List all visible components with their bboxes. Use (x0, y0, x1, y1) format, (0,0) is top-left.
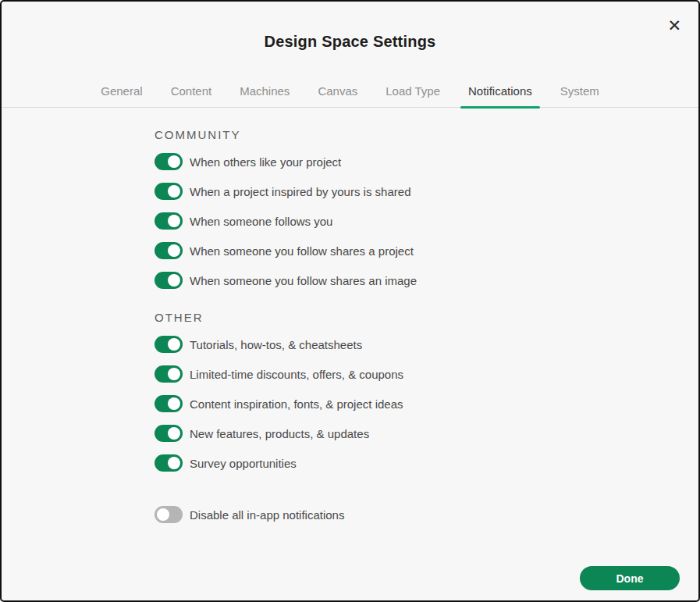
tab-system[interactable]: System (553, 85, 607, 107)
toggle-switch[interactable] (155, 153, 183, 170)
toggle-switch[interactable] (155, 272, 183, 289)
toggle-label: When others like your project (190, 155, 341, 169)
toggle-switch[interactable] (155, 212, 183, 230)
toggle-row: When a project inspired by yours is shar… (155, 183, 698, 200)
toggle-switch[interactable] (155, 395, 183, 412)
toggle-switch[interactable] (155, 336, 183, 353)
toggle-label: When someone you follow shares an image (190, 274, 417, 287)
done-button[interactable]: Done (580, 566, 680, 590)
toggle-label: Content inspiration, fonts, & project id… (190, 397, 403, 411)
toggle-switch[interactable] (155, 365, 183, 383)
toggle-label: When a project inspired by yours is shar… (190, 185, 410, 198)
toggle-label: Tutorials, how-tos, & cheatsheets (190, 338, 362, 351)
toggle-label: Survey opportunities (190, 457, 297, 470)
toggle-row: When someone you follow shares a project (155, 242, 698, 259)
toggle-switch[interactable] (155, 183, 183, 200)
community-heading: COMMUNITY (155, 128, 698, 141)
tab-content[interactable]: Content (163, 85, 220, 107)
toggle-row: When someone follows you (155, 212, 698, 230)
toggle-row: New features, products, & updates (155, 425, 698, 442)
toggle-label: When someone you follow shares a project (190, 244, 414, 258)
community-section: COMMUNITY When others like your project … (155, 128, 698, 289)
toggle-row: Limited-time discounts, offers, & coupon… (155, 365, 698, 383)
other-heading: OTHER (155, 311, 698, 324)
toggle-label: Limited-time discounts, offers, & coupon… (190, 368, 403, 381)
toggle-row: When someone you follow shares an image (155, 272, 698, 289)
toggle-switch[interactable] (155, 454, 183, 472)
settings-dialog: ✕ Design Space Settings General Content … (0, 0, 700, 602)
tab-notifications[interactable]: Notifications (460, 85, 540, 107)
toggle-switch[interactable] (155, 242, 183, 259)
toggle-row: When others like your project (155, 153, 698, 170)
tab-canvas[interactable]: Canvas (310, 85, 365, 107)
notifications-panel: COMMUNITY When others like your project … (2, 108, 698, 523)
disable-all-row: Disable all in-app notifications (155, 506, 698, 523)
disable-all-label: Disable all in-app notifications (190, 508, 344, 522)
toggle-row: Survey opportunities (155, 454, 698, 472)
toggle-row: Content inspiration, fonts, & project id… (155, 395, 698, 412)
close-icon[interactable]: ✕ (667, 17, 681, 34)
toggle-row: Tutorials, how-tos, & cheatsheets (155, 336, 698, 353)
tab-machines[interactable]: Machines (232, 85, 297, 107)
tab-general[interactable]: General (93, 85, 150, 107)
toggle-switch[interactable] (155, 425, 183, 442)
tab-load-type[interactable]: Load Type (378, 85, 448, 107)
settings-tabs: General Content Machines Canvas Load Typ… (2, 85, 698, 108)
toggle-label: New features, products, & updates (190, 427, 369, 440)
disable-all-toggle-switch[interactable] (155, 506, 183, 523)
toggle-label: When someone follows you (190, 215, 332, 228)
dialog-title: Design Space Settings (2, 33, 698, 51)
other-section: OTHER Tutorials, how-tos, & cheatsheets … (155, 311, 698, 472)
